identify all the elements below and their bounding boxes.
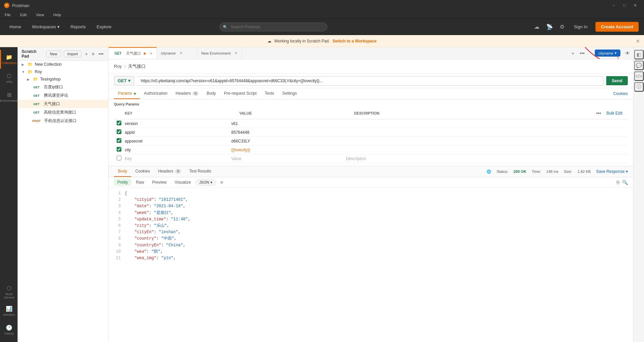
tab-headers[interactable]: Headers 6 <box>172 88 203 99</box>
plus-icon-btn[interactable]: + <box>84 51 88 57</box>
param-desc-empty[interactable]: Description <box>346 156 625 161</box>
bulk-edit-button[interactable]: Bulk Edit <box>604 110 625 117</box>
import-button[interactable]: Import <box>64 51 82 57</box>
param-check-appsecret[interactable] <box>117 138 121 143</box>
json-format-selector[interactable]: JSON ▾ <box>196 179 216 186</box>
eye-icon-btn[interactable]: 👁 <box>623 50 632 57</box>
tab-authorization[interactable]: Authorization <box>140 88 172 99</box>
resp-tab-cookies[interactable]: Cookies <box>131 166 154 177</box>
search-bar: 🔍 <box>219 23 327 31</box>
tesingshop-label: Tesingshop <box>40 77 104 82</box>
col-description: DESCRIPTION <box>354 111 596 115</box>
menu-file[interactable]: File <box>3 12 13 18</box>
sidebar-item-environments[interactable]: ⊞ Environments <box>0 88 18 106</box>
param-key-empty[interactable]: Key <box>125 156 231 161</box>
notif-close-button[interactable]: ✕ <box>636 38 640 44</box>
env-chevron-icon: ▾ <box>615 51 617 55</box>
resp-tab-test-results[interactable]: Test Results <box>185 166 215 177</box>
get-badge-university: GET <box>31 111 42 115</box>
resp-tab-headers[interactable]: Headers 9 <box>154 166 185 177</box>
query-params-title: Query Params <box>114 102 628 106</box>
notif-link[interactable]: Switch to a Workspace <box>332 39 376 43</box>
param-check-empty[interactable] <box>117 156 121 160</box>
save-response-button[interactable]: Save Response ▾ <box>596 169 628 174</box>
resp-format-preview[interactable]: Preview <box>149 179 170 186</box>
minimize-button[interactable]: − <box>609 2 618 9</box>
env-selector-button[interactable]: cityname ▾ <box>595 50 620 57</box>
tab-cityname[interactable]: cityname ✕ <box>157 47 197 59</box>
tab-body[interactable]: Body <box>203 88 220 99</box>
tab-weather[interactable]: GET 天气接口 ✕ <box>109 47 157 59</box>
resp-format-visualize[interactable]: Visualize <box>171 179 194 186</box>
search-resp-icon[interactable]: 🔍 <box>622 180 628 185</box>
right-panel-toggle[interactable]: ◧ <box>634 50 644 59</box>
param-check-appid[interactable] <box>117 129 121 134</box>
tab-close-cityname[interactable]: ✕ <box>180 51 182 55</box>
close-button[interactable]: ✕ <box>631 2 640 9</box>
collections-icon: 📁 <box>6 54 12 60</box>
right-comment-btn[interactable]: 💬 <box>634 61 644 70</box>
university-item[interactable]: GET 高校信息查询接口 <box>18 108 108 117</box>
send-button[interactable]: Send <box>606 76 628 85</box>
sidebar-item-collections[interactable]: 📁 Collections <box>0 50 18 69</box>
roy-collection-item[interactable]: ▼ 📁 Roy <box>18 68 108 75</box>
maximize-button[interactable]: □ <box>620 2 629 9</box>
tab-close-weather[interactable]: ✕ <box>150 52 152 55</box>
copy-icon[interactable]: ⎘ <box>617 180 619 185</box>
nav-home[interactable]: Home <box>5 22 25 31</box>
tab-close-new-env[interactable]: ✕ <box>235 51 237 55</box>
new-button[interactable]: New <box>46 51 61 57</box>
tab-params[interactable]: Params <box>114 88 140 99</box>
create-account-button[interactable]: Create Account <box>595 22 639 32</box>
nav-workspaces[interactable]: Workspaces ▾ <box>28 22 64 31</box>
more-options-icon-btn[interactable]: ••• <box>98 51 104 57</box>
tencent-comment-item[interactable]: GET 腾讯课堂评论 <box>18 91 108 100</box>
new-collection-item[interactable]: ▶ 📁 New Collection <box>18 61 108 68</box>
resp-status-icon: 🌐 <box>487 169 491 174</box>
baidu-ip-item[interactable]: GET 百度ip接口 <box>18 83 108 91</box>
wrap-lines-icon[interactable]: ≡ <box>220 180 223 185</box>
filter-icon-btn[interactable]: ≡ <box>91 51 95 57</box>
tab-tests[interactable]: Tests <box>261 88 278 99</box>
sidebar-item-history[interactable]: 🕐 History <box>0 320 18 339</box>
param-check-version[interactable] <box>117 121 121 125</box>
resp-format-raw[interactable]: Raw <box>133 179 147 186</box>
params-more-btn[interactable]: ••• <box>596 111 601 116</box>
tab-settings[interactable]: Settings <box>278 88 301 99</box>
sync-icon[interactable]: ☁ <box>533 22 541 31</box>
tab-new-environment[interactable]: New Environment ✕ <box>197 47 242 59</box>
main-area: GET 天气接口 ✕ cityname ✕ New Environment ✕ … <box>109 47 633 342</box>
chevron-down-icon: ▾ <box>57 24 60 29</box>
sidebar-item-apis[interactable]: ⬡ APIs <box>0 69 18 88</box>
nav-reports[interactable]: Reports <box>66 22 90 31</box>
url-input[interactable] <box>137 76 604 86</box>
sidebar-item-monitors[interactable]: 📊 Monitors <box>0 302 18 320</box>
more-tabs-button[interactable]: ••• <box>578 50 587 57</box>
settings-icon[interactable]: ⚙ <box>558 22 566 31</box>
param-check-city[interactable] <box>117 147 121 152</box>
search-input[interactable] <box>219 23 327 31</box>
sign-in-button[interactable]: Sign In <box>570 22 591 31</box>
sidebar-item-mock-servers[interactable]: ⬡ Mock Servers <box>0 283 18 302</box>
tesingshop-folder[interactable]: ▶ 📁 Tesingshop <box>18 75 108 83</box>
cookies-link[interactable]: Cookies <box>613 91 628 96</box>
phone-auth-item[interactable]: POST 手机信息认证接口 <box>18 117 108 125</box>
menu-view[interactable]: View <box>34 12 46 18</box>
menu-help[interactable]: Help <box>51 12 63 18</box>
satellite-icon[interactable]: 📡 <box>545 22 554 31</box>
baidu-ip-label: 百度ip接口 <box>44 84 104 90</box>
tesingshop-arrow: ▶ <box>27 77 31 81</box>
nav-explore[interactable]: Explore <box>93 22 116 31</box>
weather-api-item[interactable]: GET 天气接口 <box>18 100 108 108</box>
param-value-empty[interactable]: Value <box>231 156 346 161</box>
right-info-btn[interactable]: ⓘ <box>634 82 644 92</box>
tesingshop-folder-icon: 📁 <box>33 77 38 82</box>
menu-edit[interactable]: Edit <box>18 12 29 18</box>
tabs-bar: GET 天气接口 ✕ cityname ✕ New Environment ✕ … <box>109 47 633 59</box>
tab-prerequest[interactable]: Pre-request Script <box>220 88 261 99</box>
resp-tab-body[interactable]: Body <box>114 166 131 177</box>
method-selector[interactable]: GET ▾ <box>114 76 134 86</box>
resp-format-pretty[interactable]: Pretty <box>114 179 131 186</box>
add-tab-button[interactable]: + <box>569 50 576 57</box>
right-code-btn[interactable]: </> <box>634 71 644 81</box>
